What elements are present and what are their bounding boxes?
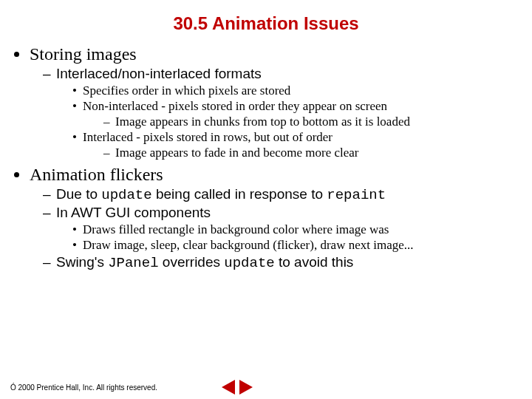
nav-arrows [222, 380, 253, 395]
code-update: update [101, 187, 151, 203]
point-text: Interlaced - pixels stored in rows, but … [83, 130, 332, 144]
sub-interlaced: Interlaced/non-interlaced formats Specif… [43, 66, 532, 160]
code-repaint: repaint [327, 187, 386, 203]
code-update: update [224, 255, 274, 271]
point-non-interlaced: Non-interlaced - pixels stored in order … [72, 99, 532, 129]
copyright-footer: Ó 2000 Prentice Hall, Inc. All rights re… [10, 383, 157, 392]
bullet-animation-flickers: Animation flickers Due to update being c… [30, 165, 532, 271]
sub-due-to-update: Due to update being called in response t… [43, 186, 532, 203]
point-interlaced: Interlaced - pixels stored in rows, but … [72, 130, 532, 160]
text-e: to avoid this [275, 254, 354, 270]
point-draw-image: Draw image, sleep, clear background (fli… [72, 238, 532, 253]
slide: 30.5 Animation Issues Storing images Int… [0, 0, 532, 399]
text-c: overrides [159, 254, 225, 270]
sub-awt: In AWT GUI components Draws filled recta… [43, 205, 532, 253]
point-specifies: Specifies order in which pixels are stor… [72, 83, 532, 98]
prev-arrow-icon[interactable] [222, 380, 235, 395]
text-a: Swing's [56, 254, 108, 270]
content-list: Storing images Interlaced/non-interlaced… [30, 44, 532, 271]
text-a: Due to [56, 186, 101, 202]
bullet-storing-images: Storing images Interlaced/non-interlaced… [30, 44, 532, 160]
sub-text: Interlaced/non-interlaced formats [56, 66, 262, 81]
slide-title: 30.5 Animation Issues [0, 0, 532, 40]
detail-fade: Image appears to fade in and become more… [103, 146, 532, 160]
point-text: Non-interlaced - pixels stored in order … [83, 99, 387, 113]
point-draws-rect: Draws filled rectangle in background col… [72, 222, 532, 237]
bullet-text: Storing images [30, 44, 137, 64]
sub-swing: Swing's JPanel overrides update to avoid… [43, 254, 532, 271]
next-arrow-icon[interactable] [239, 380, 253, 395]
detail-chunks: Image appears in chunks from top to bott… [103, 115, 532, 129]
bullet-text: Animation flickers [30, 165, 163, 184]
code-jpanel: JPanel [108, 255, 158, 271]
sub-text: In AWT GUI components [56, 205, 211, 220]
text-c: being called in response to [152, 186, 327, 202]
